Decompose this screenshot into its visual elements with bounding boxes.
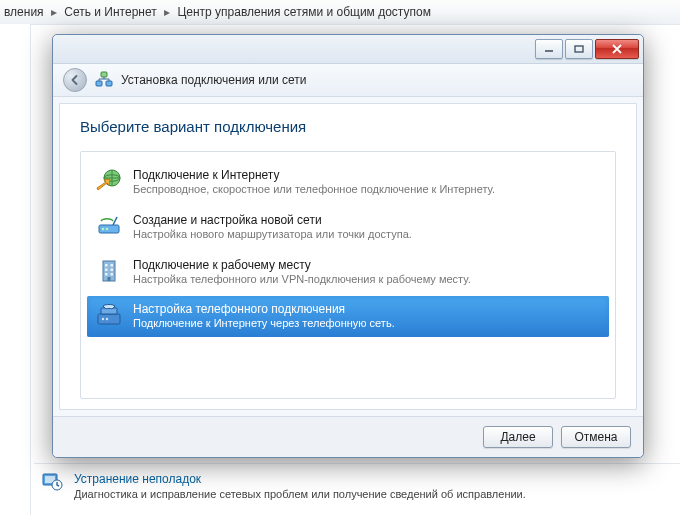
svg-rect-6 (106, 81, 112, 86)
option-workplace[interactable]: Подключение к рабочему месту Настройка т… (87, 252, 609, 293)
titlebar[interactable] (53, 35, 643, 64)
svg-rect-4 (575, 46, 583, 52)
option-description: Беспроводное, скоростное или телефонное … (133, 183, 495, 197)
troubleshoot-link[interactable]: Устранение неполадок (74, 472, 670, 486)
svg-rect-14 (105, 264, 108, 267)
troubleshoot-icon (40, 470, 64, 494)
svg-point-24 (106, 318, 108, 320)
svg-point-11 (102, 227, 105, 230)
router-icon (95, 213, 123, 239)
option-title: Настройка телефонного подключения (133, 302, 395, 317)
breadcrumb-item[interactable]: вления (4, 5, 44, 19)
svg-point-12 (106, 227, 109, 230)
option-description: Настройка телефонного или VPN-подключени… (133, 273, 471, 287)
option-description: Подключение к Интернету через телефонную… (133, 317, 395, 331)
maximize-button[interactable] (565, 39, 593, 59)
network-icon (95, 71, 113, 89)
option-dialup[interactable]: Настройка телефонного подключения Подклю… (87, 296, 609, 337)
svg-rect-5 (96, 81, 102, 86)
wizard-content: Выберите вариант подключения Подключение… (59, 103, 637, 410)
troubleshoot-description: Диагностика и исправление сетевых пробле… (74, 488, 670, 500)
breadcrumb-item[interactable]: Центр управления сетями и общим доступом (177, 5, 431, 19)
svg-rect-20 (108, 277, 111, 281)
connection-wizard-dialog: Установка подключения или сети Выберите … (52, 34, 644, 458)
options-list: Подключение к Интернету Беспроводное, ск… (80, 151, 616, 399)
option-title: Подключение к рабочему месту (133, 258, 471, 273)
cancel-button[interactable]: Отмена (561, 426, 631, 448)
svg-rect-18 (105, 273, 108, 276)
svg-rect-19 (111, 273, 114, 276)
breadcrumb[interactable]: вления ▸ Сеть и Интернет ▸ Центр управле… (0, 0, 680, 25)
globe-arrow-icon (95, 168, 123, 194)
option-new-network[interactable]: Создание и настройка новой сети Настройк… (87, 207, 609, 248)
close-button[interactable] (595, 39, 639, 59)
option-description: Настройка нового маршрутизатора или точк… (133, 228, 412, 242)
option-title: Подключение к Интернету (133, 168, 495, 183)
back-button[interactable] (63, 68, 87, 92)
svg-rect-7 (101, 72, 107, 77)
option-title: Создание и настройка новой сети (133, 213, 412, 228)
control-panel-left-pane (0, 24, 31, 515)
svg-point-23 (102, 318, 104, 320)
breadcrumb-separator: ▸ (160, 5, 174, 19)
building-icon (95, 258, 123, 284)
wizard-footer: Далее Отмена (53, 416, 643, 457)
wizard-title: Установка подключения или сети (121, 73, 306, 87)
next-button[interactable]: Далее (483, 426, 553, 448)
troubleshoot-section: Устранение неполадок Диагностика и испра… (34, 463, 680, 515)
phone-modem-icon (95, 302, 123, 328)
svg-rect-17 (111, 268, 114, 271)
minimize-button[interactable] (535, 39, 563, 59)
breadcrumb-item[interactable]: Сеть и Интернет (64, 5, 156, 19)
wizard-subheader: Установка подключения или сети (53, 64, 643, 97)
page-heading: Выберите вариант подключения (80, 118, 616, 135)
option-internet[interactable]: Подключение к Интернету Беспроводное, ск… (87, 162, 609, 203)
svg-rect-21 (98, 314, 120, 324)
breadcrumb-separator: ▸ (47, 5, 61, 19)
svg-rect-16 (105, 268, 108, 271)
svg-rect-15 (111, 264, 114, 267)
